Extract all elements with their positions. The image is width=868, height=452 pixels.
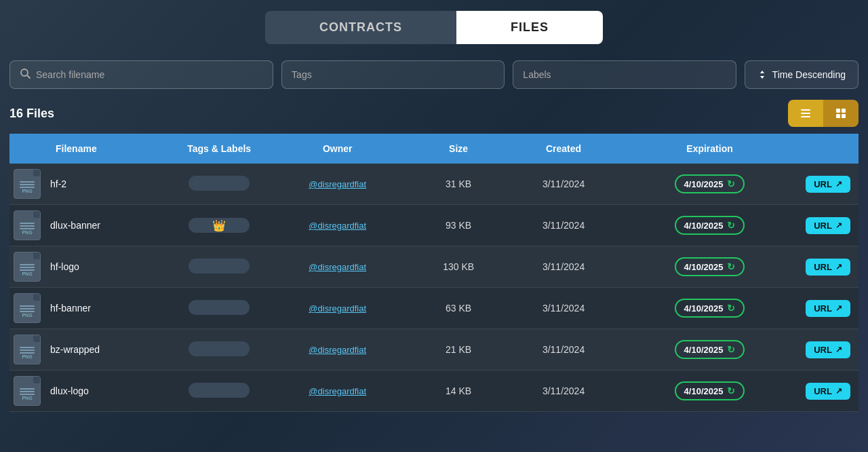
url-button[interactable]: URL ↗ bbox=[806, 341, 850, 358]
size-cell: 63 KB bbox=[412, 288, 505, 329]
expiry-button[interactable]: 4/10/2025 ↻ bbox=[675, 216, 745, 235]
empty-tag bbox=[189, 300, 250, 315]
owner-link[interactable]: @disregardfiat bbox=[309, 221, 366, 231]
svg-rect-8 bbox=[842, 114, 846, 118]
tabs-container: CONTRACTS FILES bbox=[0, 0, 868, 60]
created-cell: 3/11/2024 bbox=[505, 205, 622, 246]
owner-link[interactable]: @disregardfiat bbox=[309, 262, 366, 272]
file-icon-cell: PNG bbox=[9, 288, 45, 329]
grid-view-button[interactable] bbox=[823, 100, 859, 127]
expiration-cell: 4/10/2025 ↻ bbox=[622, 371, 797, 412]
url-label: URL bbox=[814, 345, 832, 355]
expiry-button[interactable]: 4/10/2025 ↻ bbox=[675, 381, 745, 400]
expiration-cell: 4/10/2025 ↻ bbox=[622, 288, 797, 329]
table-row: PNG hf-banner@disregardfiat63 KB3/11/202… bbox=[9, 288, 859, 329]
tags-input[interactable] bbox=[281, 60, 505, 89]
owner-cell[interactable]: @disregardfiat bbox=[263, 205, 412, 246]
url-button[interactable]: URL ↗ bbox=[806, 383, 850, 400]
table-header: Filename Tags & Labels Owner Size Create… bbox=[9, 134, 859, 164]
owner-cell[interactable]: @disregardfiat bbox=[263, 371, 412, 412]
empty-tag bbox=[189, 383, 250, 398]
expiry-button[interactable]: 4/10/2025 ↻ bbox=[675, 340, 745, 359]
created-cell: 3/11/2024 bbox=[505, 288, 622, 329]
svg-rect-7 bbox=[836, 114, 840, 118]
col-owner: Owner bbox=[263, 134, 412, 164]
tab-contracts[interactable]: CONTRACTS bbox=[265, 11, 456, 44]
expiration-cell: 4/10/2025 ↻ bbox=[622, 164, 797, 205]
size-cell: 130 KB bbox=[412, 246, 505, 288]
url-button[interactable]: URL ↗ bbox=[806, 217, 850, 234]
size-cell: 14 KB bbox=[412, 371, 505, 412]
expiry-button[interactable]: 4/10/2025 ↻ bbox=[675, 174, 745, 193]
expiration-cell: 4/10/2025 ↻ bbox=[622, 246, 797, 288]
empty-tag bbox=[189, 176, 250, 191]
view-toggles bbox=[788, 100, 859, 127]
files-table-wrap: Filename Tags & Labels Owner Size Create… bbox=[0, 134, 868, 412]
table-row: PNG dlux-logo@disregardfiat14 KB3/11/202… bbox=[9, 371, 859, 412]
sort-label: Time Descending bbox=[772, 69, 846, 80]
owner-cell[interactable]: @disregardfiat bbox=[263, 164, 412, 205]
expiry-button[interactable]: 4/10/2025 ↻ bbox=[675, 299, 745, 318]
filename-cell: hf-banner bbox=[45, 288, 175, 329]
owner-link[interactable]: @disregardfiat bbox=[309, 345, 366, 355]
size-cell: 31 KB bbox=[412, 164, 505, 205]
tags-cell bbox=[175, 164, 263, 205]
file-icon: PNG bbox=[14, 169, 41, 199]
search-input-wrap bbox=[9, 60, 273, 89]
sort-button[interactable]: Time Descending bbox=[745, 60, 859, 89]
svg-rect-4 bbox=[801, 116, 810, 117]
tags-cell bbox=[175, 371, 263, 412]
file-icon-cell: PNG bbox=[9, 371, 45, 412]
filename-cell: hf-2 bbox=[45, 164, 175, 205]
col-expiration: Expiration bbox=[622, 134, 797, 164]
external-link-icon: ↗ bbox=[835, 345, 842, 354]
refresh-icon: ↻ bbox=[727, 261, 735, 272]
size-cell: 93 KB bbox=[412, 205, 505, 246]
url-button[interactable]: URL ↗ bbox=[806, 259, 850, 276]
svg-rect-6 bbox=[842, 109, 846, 113]
file-icon-cell: PNG bbox=[9, 164, 45, 205]
created-cell: 3/11/2024 bbox=[505, 164, 622, 205]
owner-cell[interactable]: @disregardfiat bbox=[263, 246, 412, 288]
tags-cell bbox=[175, 246, 263, 288]
svg-rect-3 bbox=[801, 113, 810, 114]
filename-cell: hf-logo bbox=[45, 246, 175, 288]
expiry-button[interactable]: 4/10/2025 ↻ bbox=[675, 257, 745, 276]
url-cell: URL ↗ bbox=[797, 371, 859, 412]
empty-tag bbox=[189, 259, 250, 274]
external-link-icon: ↗ bbox=[835, 179, 842, 189]
expiration-cell: 4/10/2025 ↻ bbox=[622, 329, 797, 371]
created-cell: 3/11/2024 bbox=[505, 329, 622, 371]
tab-files[interactable]: FILES bbox=[456, 11, 603, 44]
url-button[interactable]: URL ↗ bbox=[806, 300, 850, 317]
list-view-button[interactable] bbox=[788, 100, 823, 127]
owner-cell[interactable]: @disregardfiat bbox=[263, 329, 412, 371]
url-button[interactable]: URL ↗ bbox=[806, 176, 850, 193]
tags-cell bbox=[175, 288, 263, 329]
labels-input[interactable] bbox=[513, 60, 736, 89]
external-link-icon: ↗ bbox=[835, 303, 842, 313]
external-link-icon: ↗ bbox=[835, 262, 842, 271]
col-size: Size bbox=[412, 134, 505, 164]
file-icon: PNG bbox=[14, 252, 41, 282]
owner-link[interactable]: @disregardfiat bbox=[309, 179, 366, 189]
filename-cell: dlux-logo bbox=[45, 371, 175, 412]
file-icon-cell: PNG bbox=[9, 329, 45, 371]
col-actions bbox=[797, 134, 859, 164]
created-cell: 3/11/2024 bbox=[505, 246, 622, 288]
search-input[interactable] bbox=[36, 69, 263, 80]
col-filename: Filename bbox=[45, 134, 175, 164]
files-header: 16 Files bbox=[0, 100, 868, 134]
url-label: URL bbox=[814, 386, 832, 396]
col-icon bbox=[9, 134, 45, 164]
size-cell: 21 KB bbox=[412, 329, 505, 371]
file-icon: PNG bbox=[14, 293, 41, 323]
table-row: PNG dlux-banner👑@disregardfiat93 KB3/11/… bbox=[9, 205, 859, 246]
tags-cell: 👑 bbox=[175, 205, 263, 246]
owner-link[interactable]: @disregardfiat bbox=[309, 386, 366, 396]
table-body: PNG hf-2@disregardfiat31 KB3/11/2024 4/1… bbox=[9, 164, 859, 412]
owner-cell[interactable]: @disregardfiat bbox=[263, 288, 412, 329]
owner-link[interactable]: @disregardfiat bbox=[309, 303, 366, 314]
url-label: URL bbox=[814, 262, 832, 272]
crown-tag: 👑 bbox=[189, 218, 250, 233]
